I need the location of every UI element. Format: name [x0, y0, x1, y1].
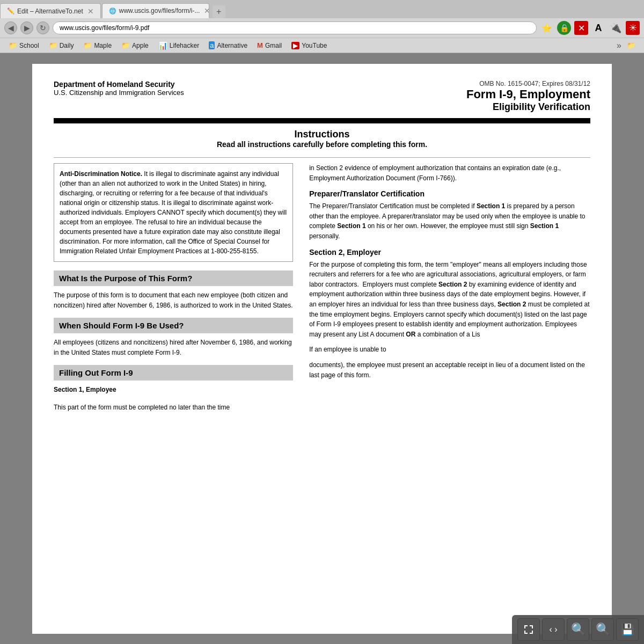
more-bookmarks-button[interactable]: » — [617, 41, 621, 50]
tab-icon-uscis: 🌐 — [109, 8, 116, 14]
extension-icon[interactable]: 🔌 — [609, 21, 623, 35]
fit-page-icon — [523, 624, 535, 635]
extra-icon[interactable]: ✳ — [626, 21, 640, 35]
folder-icon-school: 📁 — [9, 41, 17, 49]
pdf-header: Department of Homeland Security U.S. Cit… — [54, 80, 590, 113]
tab-close-uscis[interactable]: ✕ — [204, 6, 209, 15]
pdf-header-right: OMB No. 1615-0047; Expires 08/31/12 Form… — [466, 80, 590, 113]
instructions-section: Instructions Read all instructions caref… — [54, 129, 590, 149]
save-button[interactable]: 💾 — [616, 618, 639, 641]
bookmark-label-maple: Maple — [94, 42, 112, 49]
bookmark-label-lifehacker: Lifehacker — [170, 42, 199, 49]
pdf-content-area: Department of Homeland Security U.S. Cit… — [0, 53, 644, 644]
bookmark-school[interactable]: 📁 School — [4, 40, 43, 50]
svg-rect-3 — [532, 625, 533, 628]
fit-page-button[interactable] — [517, 618, 540, 641]
tab-uscis[interactable]: 🌐 www.uscis.gov/files/form/i-... ✕ — [102, 3, 209, 18]
tab-label-uscis: www.uscis.gov/files/form/i-... — [119, 7, 200, 14]
folder-icon-maple: 📁 — [83, 41, 92, 49]
svg-rect-1 — [524, 625, 525, 628]
address-bar-row: ◀ ▶ ↻ www.uscis.gov/files/form/i-9.pdf ⭐… — [0, 18, 644, 38]
anti-discrimination-notice-box: Anti-Discrimination Notice. It is illega… — [54, 163, 293, 262]
dept-sub: U.S. Citizenship and Immigration Service… — [54, 89, 184, 97]
browser-chrome: ✏️ Edit – AlternativeTo.net ✕ 🌐 www.usci… — [0, 0, 644, 53]
bookmark-label-apple: Apple — [132, 42, 149, 49]
bookmark-label-youtube: YouTube — [302, 42, 327, 49]
zoom-in-icon: 🔍 — [596, 623, 610, 636]
notice-heading: Anti-Discrimination Notice. — [60, 170, 142, 178]
prev-next-icon: ‹ › — [549, 625, 557, 634]
stop-icon[interactable]: ✕ — [574, 21, 588, 35]
bookmark-apple[interactable]: 📁 Apple — [117, 40, 153, 50]
omb-text: OMB No. 1615-0047; Expires 08/31/12 — [466, 80, 590, 87]
tab-new-button[interactable]: + — [213, 5, 225, 18]
right-column: in Section 2 evidence of employment auth… — [309, 163, 590, 420]
instructions-title: Instructions — [54, 129, 590, 140]
two-column-layout: Anti-Discrimination Notice. It is illega… — [54, 163, 590, 420]
bookmarks-bar: 📁 School 📁 Daily 📁 Maple 📁 Apple 📊 Lifeh… — [0, 38, 644, 53]
pdf-header-left: Department of Homeland Security U.S. Cit… — [54, 80, 184, 97]
prev-next-button[interactable]: ‹ › — [542, 618, 565, 641]
refresh-button[interactable]: ↻ — [36, 21, 49, 34]
browser-icons: ⭐ 🔒 ✕ A 🔌 ✳ — [540, 21, 640, 35]
tab-close-alt[interactable]: ✕ — [87, 7, 94, 16]
youtube-icon: ▶ — [291, 42, 299, 49]
bookmark-lifehacker[interactable]: 📊 Lifehacker — [154, 40, 203, 51]
forward-button[interactable]: ▶ — [20, 21, 33, 34]
tab-bar: ✏️ Edit – AlternativeTo.net ✕ 🌐 www.usci… — [0, 0, 644, 18]
dept-name: Department of Homeland Security — [54, 80, 184, 89]
section-when-text: All employees (citizens and noncitizens)… — [54, 338, 293, 357]
section-filling-heading: Filling Out Form I-9 — [54, 365, 293, 380]
address-text: www.uscis.gov/files/form/i-9.pdf — [60, 24, 149, 32]
section1-employee-text: This part of the form must be completed … — [54, 402, 293, 413]
section2-employer-heading: Section 2, Employer — [309, 248, 590, 257]
pdf-page: Department of Homeland Security U.S. Cit… — [32, 64, 612, 634]
bookmark-label-school: School — [19, 42, 39, 49]
right-intro-text: in Section 2 evidence of employment auth… — [309, 163, 590, 183]
notice-text: It is illegal to discriminate against an… — [60, 170, 287, 255]
section-purpose-text: The purpose of this form is to document … — [54, 290, 293, 310]
horizontal-rule — [54, 157, 590, 158]
alternative-icon: a — [209, 41, 215, 49]
folder-icon-daily: 📁 — [49, 41, 57, 49]
tab-label-alt: Edit – AlternativeTo.net — [17, 8, 83, 15]
section-when-heading: When Should Form I-9 Be Used? — [54, 318, 293, 333]
section-purpose-heading: What Is the Purpose of This Form? — [54, 270, 293, 286]
bookmark-star-icon[interactable]: ⭐ — [540, 21, 554, 35]
folder-icon-apple: 📁 — [121, 41, 130, 49]
address-field[interactable]: www.uscis.gov/files/form/i-9.pdf — [53, 21, 537, 34]
form-title: Form I-9, Employment — [466, 87, 590, 101]
lifehacker-icon: 📊 — [158, 41, 167, 50]
bookmark-label-alternative: Alternative — [217, 42, 247, 49]
svg-rect-7 — [532, 631, 533, 634]
form-subtitle: Eligibility Verification — [466, 101, 590, 113]
section3-partial-text: If an employee is unable to — [309, 345, 590, 355]
black-divider-bar — [54, 118, 590, 123]
instructions-subtitle: Read all instructions carefully before c… — [54, 140, 590, 149]
zoom-in-button[interactable]: 🔍 — [591, 618, 614, 641]
bookmark-gmail[interactable]: M Gmail — [253, 40, 286, 50]
bookmark-label-daily: Daily — [60, 42, 74, 49]
security-icon[interactable]: 🔒 — [557, 21, 571, 35]
bookmark-daily[interactable]: 📁 Daily — [45, 40, 78, 50]
gmail-icon: M — [257, 41, 263, 49]
save-icon: 💾 — [621, 623, 634, 636]
zoom-out-button[interactable]: 🔍 — [567, 618, 589, 641]
bookmark-extra[interactable]: 📁 — [623, 40, 640, 50]
section2-employer-text: For the purpose of completing this form,… — [309, 260, 590, 340]
font-icon[interactable]: A — [591, 21, 605, 35]
bookmark-maple[interactable]: 📁 Maple — [79, 40, 116, 50]
bookmark-alternative[interactable]: a Alternative — [204, 40, 252, 50]
svg-rect-5 — [524, 631, 525, 634]
prep-translator-heading: Preparer/Translator Certification — [309, 189, 590, 198]
back-button[interactable]: ◀ — [4, 21, 17, 34]
tab-alternativeto[interactable]: ✏️ Edit – AlternativeTo.net ✕ — [0, 3, 101, 18]
tab-icon-edit: ✏️ — [7, 8, 14, 14]
prep-translator-text: The Preparer/Translator Certification mu… — [309, 201, 590, 241]
bookmark-label-gmail: Gmail — [265, 42, 282, 49]
pdf-toolbar: ‹ › 🔍 🔍 💾 — [512, 615, 644, 644]
bookmark-youtube[interactable]: ▶ YouTube — [287, 41, 331, 50]
section3-cont-text: documents), the employee must present an… — [309, 360, 590, 380]
section1-employee-heading: Section 1, Employee — [54, 385, 293, 395]
zoom-out-icon: 🔍 — [571, 623, 586, 636]
